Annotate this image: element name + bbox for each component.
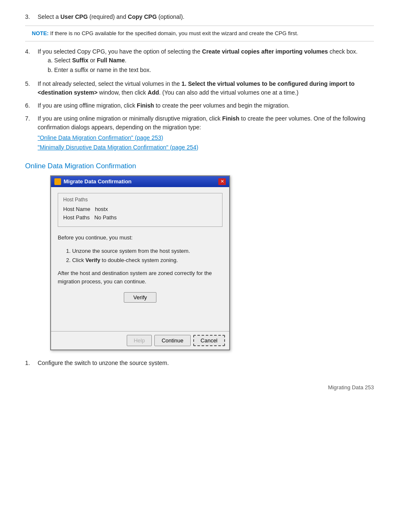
step-7: 7. If you are using online migration or …: [25, 114, 374, 152]
bottom-step-num: 1.: [25, 359, 38, 368]
dialog-body: Host Paths Host Name hostx Host Paths No…: [51, 187, 229, 332]
step-4-bold: Create virtual copies after importing vo…: [202, 48, 328, 55]
step-3: 3. Select a User CPG (required) and Copy…: [25, 13, 374, 21]
bottom-step-1: 1. Configure the switch to unzone the so…: [25, 359, 374, 368]
user-cpg-label: User CPG: [60, 13, 87, 20]
dialog-app-icon: [54, 178, 61, 185]
cancel-button[interactable]: Cancel: [193, 335, 225, 346]
bottom-step-content: Configure the switch to unzone the sourc…: [38, 359, 374, 368]
continue-button[interactable]: Continue: [154, 335, 190, 346]
link-online-migration[interactable]: "Online Data Migration Confirmation" (pa…: [38, 134, 163, 141]
step-5-text-after: window, then click: [97, 89, 148, 96]
step-5: 5. If not already selected, select the v…: [25, 80, 374, 97]
dialog-footer: Help Continue Cancel: [51, 331, 229, 350]
dialog-titlebar: Migrate Data Confirmation ✕: [51, 176, 229, 187]
step-3-content: Select a User CPG (required) and Copy CP…: [38, 13, 374, 21]
step-6: 6. If you are using offline migration, c…: [25, 101, 374, 110]
step-5-num: 5.: [25, 80, 38, 97]
dialog-instruction-1: Unzone the source system from the host s…: [66, 247, 223, 256]
dialog-spacer: [58, 311, 223, 328]
host-name-value: hostx: [95, 206, 108, 212]
step-3-num: 3.: [25, 13, 38, 21]
step-4-sublist: Select Suffix or Full Name. Enter a suff…: [48, 56, 374, 75]
step-7-content: If you are using online migration or min…: [38, 114, 374, 152]
step-4-sub-b: Enter a suffix or name in the text box.: [48, 66, 374, 75]
copy-cpg-label: Copy CPG: [128, 13, 157, 20]
step-7-num: 7.: [25, 114, 38, 152]
dialog-title: Migrate Data Confirmation: [64, 178, 132, 185]
dialog-after-note: After the host and destination system ar…: [58, 269, 223, 285]
host-paths-row: Host Paths No Paths: [63, 213, 217, 222]
host-name-label: Host Name: [63, 206, 90, 212]
step-3-text-before: Select a: [38, 13, 60, 20]
host-name-row: Host Name hostx: [63, 205, 217, 214]
step-6-content: If you are using offline migration, clic…: [38, 101, 374, 110]
step-4: 4. If you selected Copy CPG, you have th…: [25, 47, 374, 75]
step-6-num: 6.: [25, 101, 38, 110]
step-5-text-before: If not already selected, select the virt…: [38, 80, 182, 87]
dialog-before-text: Before you continue, you must:: [58, 234, 223, 242]
section-heading: Online Data Migration Confirmation: [25, 162, 374, 170]
migrate-data-dialog: Migrate Data Confirmation ✕ Host Paths H…: [50, 175, 230, 351]
verify-button[interactable]: Verify: [124, 292, 157, 303]
note-box: NOTE: If there is no CPG available for t…: [25, 26, 374, 41]
dialog-verify-row: Verify: [58, 292, 223, 303]
page-footer: Migrating Data 253: [25, 384, 374, 391]
step-4-content: If you selected Copy CPG, you have the o…: [38, 47, 374, 75]
note-text: If there is no CPG available for the spe…: [49, 30, 298, 36]
note-label: NOTE:: [32, 30, 49, 36]
step-4-sub-a: Select Suffix or Full Name.: [48, 56, 374, 65]
step-5-bold2: Add: [148, 89, 159, 96]
step-5-text-end: . (You can also add the virtual volumes …: [159, 89, 298, 96]
step-5-content: If not already selected, select the virt…: [38, 80, 374, 97]
step-3-text-mid: (required) and: [88, 13, 128, 20]
host-paths-label: Host Paths: [63, 214, 90, 221]
help-button[interactable]: Help: [127, 335, 152, 346]
dialog-instructions-list: Unzone the source system from the host s…: [66, 247, 223, 265]
host-paths-value: No Paths: [94, 214, 116, 221]
step-4-num: 4.: [25, 47, 38, 75]
step-4-text: If you selected Copy CPG, you have the o…: [38, 48, 202, 55]
link-minimally-disruptive[interactable]: "Minimally Disruptive Data Migration Con…: [38, 144, 198, 151]
dialog-close-button[interactable]: ✕: [218, 178, 226, 185]
dialog-instruction-2: Click Verify to double-check system zoni…: [66, 256, 223, 265]
host-paths-legend: Host Paths: [63, 197, 217, 203]
step-3-text-after: (optional).: [157, 13, 184, 20]
step-4-text2: check box.: [328, 48, 358, 55]
host-paths-group: Host Paths Host Name hostx Host Paths No…: [58, 193, 223, 227]
